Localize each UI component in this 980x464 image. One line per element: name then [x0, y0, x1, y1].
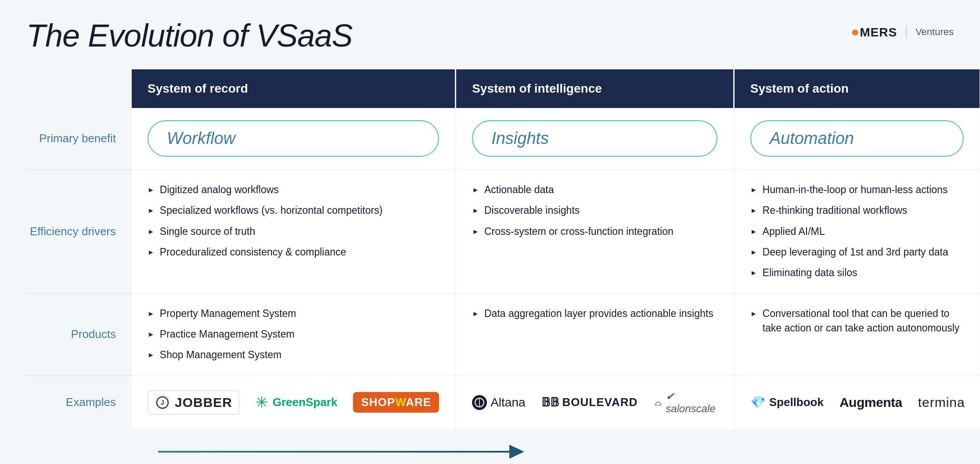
spellbook-text: Spellbook [769, 396, 824, 409]
arrow-head-icon [509, 445, 524, 459]
cell-efficiency-intelligence: ►Actionable data ►Discoverable insights … [456, 170, 735, 294]
list-item: ►Single source of truth [148, 224, 439, 239]
logo-divider [906, 25, 907, 39]
bullet-arrow-icon: ► [472, 185, 479, 195]
list-item: ►Discoverable insights [472, 203, 717, 218]
bullet-arrow-icon: ► [148, 227, 155, 237]
list-item: ►Specialized workflows (vs. horizontal c… [148, 203, 439, 218]
jobber-text: JOBBER [175, 395, 232, 410]
page-title: The Evolution of VSaaS [26, 18, 352, 54]
logo-boulevard: 𝔹𝔹 BOULEVARD [541, 395, 638, 410]
boulevard-text: BOULEVARD [562, 396, 638, 409]
logo-shopware: SHOPWARE [353, 392, 439, 413]
logo-spellbook: 💎 Spellbook [750, 395, 824, 410]
row-label-primary-benefit: Primary benefit [26, 108, 132, 170]
list-item: ►Applied AI/ML [750, 224, 964, 239]
boulevard-icon: 𝔹𝔹 [541, 395, 559, 410]
bullet-list-efficiency-intelligence: ►Actionable data ►Discoverable insights … [472, 183, 717, 239]
bullet-arrow-icon: ► [148, 350, 155, 360]
altana-svg [475, 398, 484, 407]
pill-workflow: Workflow [148, 120, 439, 157]
bullet-arrow-icon: ► [472, 227, 479, 237]
cell-products-action: ►Conversational tool that can be queried… [735, 294, 980, 376]
shopware-text: SHOPWARE [361, 396, 431, 409]
bullet-arrow-icon: ► [472, 309, 479, 319]
cell-benefit-automation: Automation [735, 108, 980, 170]
logo-ventures: Ventures [915, 26, 954, 38]
bullet-arrow-icon: ► [750, 268, 757, 278]
col-header-record: System of record [132, 69, 456, 108]
bullet-arrow-icon: ► [750, 309, 757, 319]
list-item: ►Data aggregation layer provides actiona… [472, 306, 717, 321]
cell-examples-record: J JOBBER ✳ GreenSpark SHOPWARE [132, 376, 456, 429]
pill-automation: Automation [750, 120, 964, 157]
bullet-list-products-record: ►Property Management System ►Practice Ma… [148, 306, 439, 363]
list-item: ►Digitized analog workflows [148, 183, 439, 197]
cell-examples-action: 💎 Spellbook Augmenta termina [735, 376, 980, 429]
list-item: ►Deep leveraging of 1st and 3rd party da… [750, 245, 964, 259]
bullet-arrow-icon: ► [750, 247, 757, 257]
shopware-accent: W [395, 396, 406, 409]
greenspark-icon: ✳ [255, 393, 268, 412]
list-item: ►Actionable data [472, 183, 717, 197]
bullet-arrow-icon: ► [148, 329, 155, 339]
bullet-arrow-icon: ► [148, 247, 155, 257]
main-table: System of record System of intelligence … [26, 69, 954, 429]
list-item: ►Conversational tool that can be queried… [750, 306, 964, 336]
progress-arrow [26, 445, 954, 459]
list-item: ►Shop Management System [148, 348, 439, 362]
logo-salonscale: ✔ salonscale [653, 390, 717, 415]
bullet-arrow-icon: ► [472, 205, 479, 216]
logo-termina: termina [918, 395, 965, 410]
list-item: ►Human-in-the-loop or human-less actions [750, 183, 964, 197]
augmenta-text: Augmenta [839, 395, 902, 410]
bullet-list-products-intelligence: ►Data aggregation layer provides actiona… [472, 306, 717, 321]
altana-icon [472, 395, 487, 410]
logo-greenspark: ✳ GreenSpark [255, 393, 337, 412]
bullet-arrow-icon: ► [148, 309, 155, 319]
brand-logo-area: ●MERS Ventures [851, 24, 954, 40]
list-item: ►Practice Management System [148, 327, 439, 342]
cell-products-record: ►Property Management System ►Practice Ma… [132, 294, 456, 376]
row-label-examples: Examples [26, 376, 132, 429]
bullet-list-efficiency-record: ►Digitized analog workflows ►Specialized… [148, 183, 439, 259]
col-header-action: System of action [735, 69, 980, 108]
bullet-arrow-icon: ► [750, 205, 757, 216]
termina-text: termina [918, 395, 965, 410]
jobber-icon: J [155, 395, 170, 410]
logo-augmenta: Augmenta [839, 395, 902, 410]
pill-insights: Insights [472, 120, 717, 157]
list-item: ►Cross-system or cross-function integrat… [472, 224, 717, 239]
logo-jobber: J JOBBER [148, 390, 239, 415]
altana-text: Altana [490, 396, 525, 410]
cell-benefit-insights: Insights [456, 108, 735, 170]
logo-dot: ● [851, 24, 860, 40]
col-header-intelligence: System of intelligence [456, 69, 735, 108]
bullet-arrow-icon: ► [148, 205, 155, 216]
brand-name: ●MERS [851, 24, 897, 40]
spellbook-gem-icon: 💎 [750, 395, 766, 410]
bullet-list-products-action: ►Conversational tool that can be queried… [750, 306, 964, 336]
bullet-arrow-icon: ► [750, 185, 757, 195]
list-item: ►Proceduralized consistency & compliance [148, 245, 439, 259]
list-item: ►Eliminating data silos [750, 266, 964, 280]
salonscale-icon [653, 397, 663, 408]
bullet-list-efficiency-action: ►Human-in-the-loop or human-less actions… [750, 183, 964, 281]
list-item: ►Re-thinking traditional workflows [750, 203, 964, 218]
cell-efficiency-record: ►Digitized analog workflows ►Specialized… [132, 170, 456, 294]
row-label-products: Products [26, 294, 132, 376]
logo-altana: Altana [472, 395, 525, 410]
greenspark-text: GreenSpark [273, 396, 337, 409]
page-header: The Evolution of VSaaS ●MERS Ventures [26, 18, 954, 54]
arrow-line [158, 451, 509, 453]
row-label-efficiency: Efficiency drivers [26, 170, 132, 294]
corner-cell [26, 69, 132, 108]
bullet-arrow-icon: ► [750, 227, 757, 237]
bullet-arrow-icon: ► [148, 185, 155, 195]
salonscale-text: ✔ salonscale [666, 390, 717, 415]
cell-examples-intelligence: Altana 𝔹𝔹 BOULEVARD ✔ salonscale [456, 376, 735, 429]
cell-benefit-workflow: Workflow [132, 108, 456, 170]
cell-products-intelligence: ►Data aggregation layer provides actiona… [456, 294, 735, 376]
cell-efficiency-action: ►Human-in-the-loop or human-less actions… [735, 170, 980, 294]
list-item: ►Property Management System [148, 306, 439, 321]
